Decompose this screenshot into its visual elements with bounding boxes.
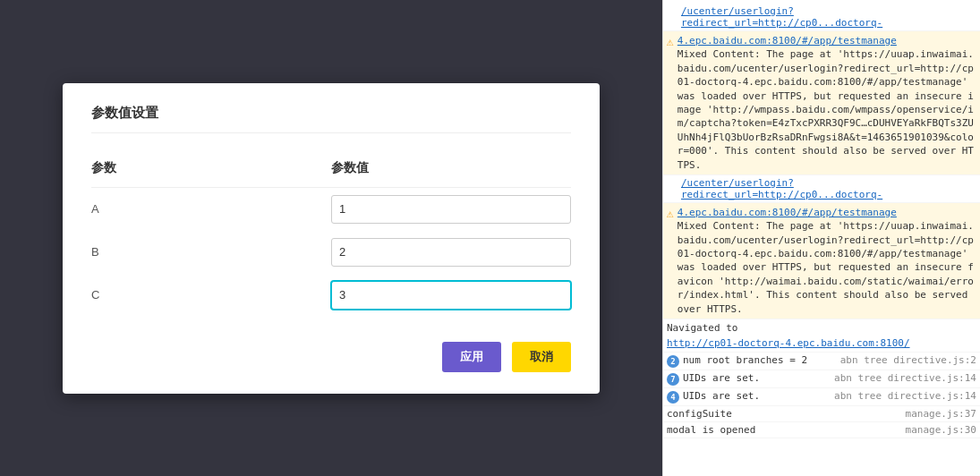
warn-icon: ⚠: [667, 207, 674, 220]
modal-overlay: 参数值设置 参数 参数值 ABC 应用 取消: [0, 0, 662, 476]
form-row-a: A: [91, 187, 571, 231]
console-count-text: UIDs are set.: [683, 372, 760, 384]
warn-text: 4.epc.baidu.com:8100/#/app/testmanageMix…: [677, 34, 976, 172]
console-count-text: configSuite: [667, 408, 732, 420]
modal-dialog: 参数值设置 参数 参数值 ABC 应用 取消: [63, 83, 600, 394]
console-nav-4: Navigated to http://cp01-doctorq-4.epc.b…: [663, 319, 980, 353]
param-input-a[interactable]: [331, 195, 571, 224]
param-label-b: B: [91, 231, 331, 274]
param-input-c[interactable]: [331, 281, 571, 310]
console-badge: 2: [667, 355, 679, 368]
console-warn-3: ⚠4.epc.baidu.com:8100/#/app/testmanageMi…: [663, 203, 980, 319]
console-count-6: 7UIDs are set.abn tree directive.js:14: [663, 370, 980, 388]
form-row-c: C: [91, 274, 571, 317]
col-param-header: 参数: [91, 151, 331, 188]
console-content: /ucenter/userlogin?redirect_url=http://c…: [663, 0, 980, 442]
console-badge: 7: [667, 373, 679, 386]
console-file[interactable]: abn tree directive.js:2: [840, 354, 976, 366]
console-link-text[interactable]: /ucenter/userlogin?redirect_url=http://c…: [681, 5, 882, 29]
param-value-cell-b: [331, 231, 571, 274]
console-file[interactable]: manage.js:30: [906, 424, 976, 436]
cancel-button[interactable]: 取消: [512, 342, 571, 372]
modal-title: 参数值设置: [91, 105, 571, 133]
console-file[interactable]: abn tree directive.js:14: [834, 372, 976, 384]
console-link-2: /ucenter/userlogin?redirect_url=http://c…: [663, 175, 980, 203]
param-value-cell-a: [331, 187, 571, 231]
nav-link[interactable]: http://cp01-doctorq-4.epc.baidu.com:8100…: [667, 337, 910, 349]
console-link-0: /ucenter/userlogin?redirect_url=http://c…: [663, 4, 980, 31]
console-count-7: 4UIDs are set.abn tree directive.js:14: [663, 388, 980, 406]
console-count-text: num root branches = 2: [683, 354, 807, 366]
param-table: 参数 参数值 ABC: [91, 151, 571, 317]
console-file[interactable]: manage.js:37: [906, 408, 976, 420]
console-badge: 4: [667, 391, 679, 404]
console-link-text[interactable]: /ucenter/userlogin?redirect_url=http://c…: [681, 177, 882, 200]
warn-icon: ⚠: [667, 35, 674, 48]
console-count-9: modal is openedmanage.js:30: [663, 422, 980, 438]
console-count-text: modal is opened: [667, 424, 755, 436]
warn-text: 4.epc.baidu.com:8100/#/app/testmanageMix…: [677, 206, 976, 316]
console-count-8: configSuitemanage.js:37: [663, 406, 980, 422]
console-count-text: UIDs are set.: [683, 390, 760, 402]
apply-button[interactable]: 应用: [442, 342, 501, 372]
param-label-c: C: [91, 274, 331, 317]
console-file[interactable]: abn tree directive.js:14: [834, 390, 976, 402]
console-warn-1: ⚠4.epc.baidu.com:8100/#/app/testmanageMi…: [663, 31, 980, 175]
modal-footer: 应用 取消: [91, 342, 571, 372]
nav-prefix: Navigated to: [667, 322, 737, 334]
param-value-cell-c: [331, 274, 571, 317]
left-panel: 参数值设置 参数 参数值 ABC 应用 取消: [0, 0, 662, 476]
col-value-header: 参数值: [331, 151, 571, 188]
console-panel: /ucenter/userlogin?redirect_url=http://c…: [662, 0, 980, 476]
form-row-b: B: [91, 231, 571, 274]
console-count-5: 2num root branches = 2abn tree directive…: [663, 353, 980, 370]
param-input-b[interactable]: [331, 238, 571, 267]
param-label-a: A: [91, 187, 331, 231]
